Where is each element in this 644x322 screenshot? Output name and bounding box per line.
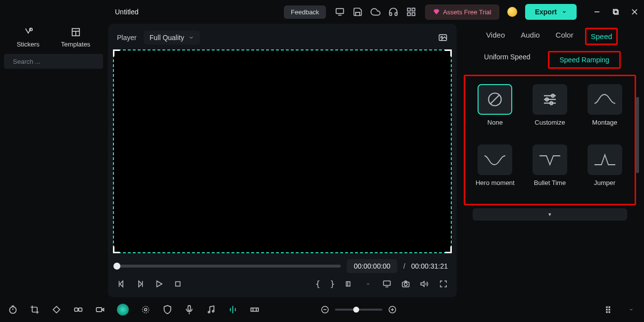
volume-icon[interactable] bbox=[420, 279, 429, 288]
window-controls bbox=[593, 8, 638, 15]
timer-icon[interactable] bbox=[8, 305, 18, 315]
export-button[interactable]: Export bbox=[525, 4, 577, 20]
play-icon[interactable] bbox=[155, 279, 163, 288]
search-input[interactable] bbox=[13, 58, 96, 65]
preset-customize[interactable]: Customize bbox=[528, 84, 572, 136]
save-icon[interactable] bbox=[353, 7, 363, 17]
ratio-icon[interactable] bbox=[345, 279, 354, 288]
stop-icon[interactable] bbox=[173, 279, 182, 288]
svg-rect-27 bbox=[176, 281, 180, 286]
svg-rect-5 bbox=[408, 13, 411, 16]
tab-speed[interactable]: Speed bbox=[590, 30, 613, 43]
svg-rect-4 bbox=[412, 13, 415, 16]
svg-marker-26 bbox=[157, 281, 162, 287]
mic-icon[interactable] bbox=[184, 305, 194, 315]
assets-trial-button[interactable]: Assets Free Trial bbox=[425, 4, 499, 20]
scrollbar[interactable] bbox=[636, 97, 639, 173]
preset-bullet-label: Bullet Time bbox=[534, 179, 566, 196]
zoom-slider-thumb[interactable] bbox=[353, 307, 359, 313]
time-total: 00:00:31:21 bbox=[411, 262, 448, 270]
crop-icon[interactable] bbox=[30, 305, 40, 315]
crop-corner-br[interactable] bbox=[445, 246, 452, 253]
preset-montage[interactable]: Montage bbox=[583, 84, 627, 136]
top-icon-group bbox=[335, 7, 416, 17]
stickers-icon bbox=[23, 27, 34, 38]
minimize-icon[interactable] bbox=[593, 8, 600, 15]
music-icon[interactable] bbox=[206, 305, 216, 315]
svg-point-50 bbox=[145, 309, 147, 311]
shield-icon[interactable] bbox=[162, 305, 172, 315]
chevron-down-icon[interactable] bbox=[626, 305, 636, 315]
subtab-uniform-speed[interactable]: Uniform Speed bbox=[479, 51, 535, 69]
project-title: Untitled bbox=[115, 8, 138, 16]
preset-bullet-time[interactable]: Bullet Time bbox=[528, 144, 572, 196]
camera-tool-icon[interactable] bbox=[95, 305, 105, 315]
preset-none[interactable]: None bbox=[473, 84, 517, 136]
headset-icon[interactable] bbox=[388, 7, 398, 17]
zoom-in-icon[interactable] bbox=[387, 305, 397, 315]
hero-curve-icon bbox=[478, 144, 512, 175]
scrub-track[interactable] bbox=[117, 265, 341, 268]
close-icon[interactable] bbox=[631, 8, 638, 15]
scrub-playhead[interactable] bbox=[113, 263, 120, 270]
properties-panel: Video Audio Color Speed Uniform Speed Sp… bbox=[462, 24, 640, 297]
zoom-slider[interactable] bbox=[335, 309, 382, 311]
none-icon bbox=[478, 84, 512, 115]
expand-h-icon[interactable] bbox=[250, 305, 260, 315]
avatar-icon[interactable] bbox=[117, 304, 129, 316]
sliders-icon bbox=[533, 84, 567, 115]
svg-rect-52 bbox=[188, 306, 191, 311]
tab-templates[interactable]: Templates bbox=[61, 27, 90, 48]
svg-rect-0 bbox=[336, 8, 344, 13]
time-separator: / bbox=[403, 262, 405, 270]
layout-menu-icon[interactable] bbox=[604, 305, 614, 315]
quality-value: Full Quality bbox=[150, 34, 184, 42]
svg-rect-7 bbox=[613, 9, 617, 13]
montage-curve-icon bbox=[588, 84, 622, 115]
crop-corner-tl[interactable] bbox=[113, 49, 120, 56]
mark-out-icon[interactable]: } bbox=[330, 279, 335, 288]
theme-toggle-icon[interactable] bbox=[507, 7, 517, 17]
svg-marker-34 bbox=[421, 281, 425, 286]
feedback-button[interactable]: Feedback bbox=[284, 5, 326, 19]
zoom-out-icon[interactable] bbox=[320, 305, 330, 315]
chevron-down-icon bbox=[562, 9, 567, 14]
link-icon[interactable] bbox=[73, 305, 83, 315]
display-icon[interactable] bbox=[335, 7, 345, 17]
display-icon[interactable] bbox=[382, 279, 391, 288]
maximize-icon[interactable] bbox=[612, 8, 619, 15]
mark-in-icon[interactable]: { bbox=[316, 279, 321, 288]
preview-area[interactable] bbox=[113, 49, 452, 253]
subtab-speed-ramping[interactable]: Speed Ramping bbox=[554, 54, 614, 66]
split-icon[interactable] bbox=[228, 305, 238, 315]
preset-hero-moment[interactable]: Hero moment bbox=[473, 144, 517, 196]
svg-rect-3 bbox=[412, 8, 415, 11]
grid-icon[interactable] bbox=[406, 7, 416, 17]
tab-video[interactable]: Video bbox=[485, 29, 506, 44]
expand-toggle[interactable]: ▾ bbox=[473, 208, 627, 221]
quality-select[interactable]: Full Quality bbox=[144, 31, 200, 45]
snapshot-icon[interactable] bbox=[438, 33, 448, 43]
diamond-icon bbox=[433, 8, 440, 15]
preset-jumper[interactable]: Jumper bbox=[583, 144, 627, 196]
svg-marker-22 bbox=[120, 281, 123, 287]
svg-rect-46 bbox=[75, 308, 78, 312]
crop-corner-tr[interactable] bbox=[445, 49, 452, 56]
svg-rect-8 bbox=[614, 10, 618, 14]
fullscreen-icon[interactable] bbox=[439, 279, 448, 288]
chevron-down-icon bbox=[188, 35, 194, 41]
chevron-down-icon[interactable] bbox=[364, 279, 373, 288]
next-frame-icon[interactable] bbox=[136, 279, 145, 288]
svg-rect-70 bbox=[608, 309, 610, 310]
camera-icon[interactable] bbox=[401, 279, 410, 288]
tag-icon[interactable] bbox=[52, 305, 61, 315]
tab-color[interactable]: Color bbox=[555, 29, 575, 44]
prev-frame-icon[interactable] bbox=[117, 279, 126, 288]
cloud-icon[interactable] bbox=[371, 7, 380, 17]
tab-audio[interactable]: Audio bbox=[520, 29, 540, 44]
svg-point-43 bbox=[9, 307, 16, 313]
effects-icon[interactable] bbox=[141, 305, 151, 315]
tab-stickers[interactable]: Stickers bbox=[17, 27, 40, 48]
crop-corner-bl[interactable] bbox=[113, 246, 120, 253]
topbar: Untitled Feedback Assets Free Trial Expo… bbox=[0, 0, 644, 24]
